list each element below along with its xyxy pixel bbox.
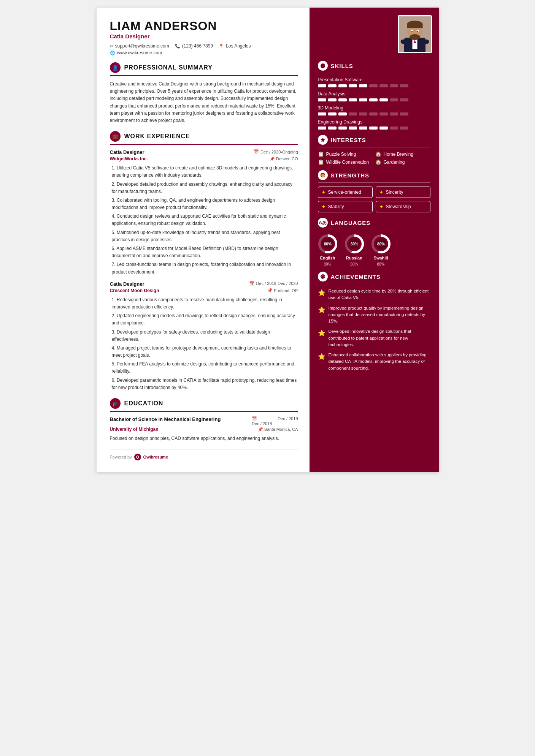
contact-location: 📍 Los Angeles: [219, 43, 251, 49]
skill-2: Data Analysis: [318, 91, 430, 101]
dot: [400, 112, 408, 115]
strength-3-label: Stability: [328, 204, 344, 209]
dot: [328, 98, 337, 101]
interest-icon-3: 📋: [318, 159, 324, 165]
edu-date-group: 📅 Dec / 2018: [252, 416, 272, 426]
achievements-title: ACHIEVEMENTS: [331, 274, 381, 280]
interest-2-label: Home Brewing: [384, 152, 414, 157]
strength-2-label: Sincerity: [386, 190, 403, 195]
calendar-icon-1: 📅: [254, 149, 259, 154]
dot: [318, 127, 326, 130]
summary-icon: 👤: [110, 62, 121, 73]
svg-text:80%: 80%: [324, 242, 331, 246]
achievement-star-4: ⭐: [318, 352, 325, 361]
dot: [349, 84, 357, 87]
edu-title: EDUCATION: [124, 400, 164, 407]
achievement-1: ⭐ Reduced design cycle time by 20% throu…: [318, 288, 430, 301]
dot: [328, 127, 337, 130]
right-panel: SKILLS Presentation Software Da: [310, 8, 439, 472]
interest-icon-4: 🏠: [375, 159, 381, 165]
phone-value: (123) 456 7899: [182, 43, 213, 49]
strength-4-label: Stewardship: [386, 204, 411, 209]
skill-2-dots: [318, 98, 430, 101]
skill-3-dots: [318, 112, 430, 115]
lang-swahili: 80% Swahili 80%: [371, 234, 391, 266]
dot: [349, 127, 357, 130]
contact-phone: 📞 (123) 456 7899: [175, 43, 213, 49]
achievement-star-1: ⭐: [318, 288, 325, 297]
dot: [369, 98, 378, 101]
strength-star-4: ✦: [379, 204, 384, 210]
work-divider: [110, 144, 298, 145]
list-item: 4. Conducted design reviews and supporte…: [112, 213, 298, 227]
skill-4-name: Engineering Drawings: [318, 119, 430, 125]
lang-russian: 80% Russian 80%: [344, 234, 364, 266]
dot: [390, 98, 398, 101]
location-value: Los Angeles: [226, 43, 251, 49]
edu-1-degree: Bachelor of Science in Mechanical Engine…: [110, 416, 221, 422]
dot: [390, 84, 398, 87]
interests-icon: [318, 135, 328, 145]
job-2-header: Catia Designer 📅 Dec / 2019-Dec / 2020: [110, 281, 298, 287]
work-section-header: 💼 WORK EXPERIENCE: [110, 131, 298, 142]
achievement-3: ⭐ Developed innovative design solutions …: [318, 328, 430, 348]
job-1-location: 📌 Denver, CO: [270, 156, 298, 161]
dot: [379, 84, 388, 87]
job-2-title: Catia Designer: [110, 281, 144, 287]
job-2-date: 📅 Dec / 2019-Dec / 2020: [249, 281, 298, 286]
edu-1-dates: 📅 Dec / 2018 Dec / 2019: [252, 416, 298, 426]
edu-1-sub: University of Michigan 📌 Santa Monica, C…: [110, 427, 298, 432]
skills-icon: [318, 61, 328, 71]
dot: [390, 112, 398, 115]
footer: Powered by Q Qwikresume: [110, 449, 298, 460]
strength-1: ✦ Service-oriented: [318, 187, 373, 198]
strengths-title: STRENGTHS: [331, 172, 370, 179]
dot: [369, 84, 378, 87]
dot: [328, 112, 337, 115]
dot: [359, 84, 367, 87]
dot: [379, 112, 388, 115]
job-2-sub: Crescent Moon Design 📌 Portland, OR: [110, 288, 298, 293]
dot: [369, 112, 378, 115]
dot: [400, 84, 408, 87]
summary-section-header: 👤 PROFESSIONAL SUMMARY: [110, 62, 298, 73]
dot: [379, 98, 388, 101]
languages-icon: Aあ: [318, 218, 328, 228]
qwik-logo-icon: Q: [134, 454, 141, 460]
footer-brand: Qwikresume: [143, 455, 168, 459]
dot: [359, 98, 367, 101]
skill-4: Engineering Drawings: [318, 119, 430, 130]
dot: [338, 84, 347, 87]
list-item: 2. Updated engineering models and drawin…: [112, 312, 298, 327]
job-2-company: Crescent Moon Design: [110, 288, 159, 293]
profile-photo: [398, 15, 432, 53]
job-2-list: 1. Redesigned various components to reso…: [110, 296, 298, 391]
list-item: 7. Led cross-functional teams in design …: [112, 261, 298, 275]
edu-divider: [110, 411, 298, 412]
skill-1-dots: [318, 84, 430, 87]
strengths-grid: ✦ Service-oriented ✦ Sincerity ✦ Stabili…: [318, 187, 430, 212]
languages-section-header: Aあ LANGUAGES: [318, 218, 430, 228]
job-1-title: Catia Designer: [110, 149, 144, 155]
svg-point-15: [322, 64, 324, 66]
svg-text:80%: 80%: [350, 242, 358, 246]
list-item: 4. Managed project teams for prototype d…: [112, 345, 298, 359]
list-item: 1. Utilized Catia V5 software to create …: [112, 164, 298, 179]
achievement-star-3: ⭐: [318, 329, 325, 338]
powered-by-label: Powered by: [110, 455, 132, 459]
list-item: 2. Developed detailed production and ass…: [112, 181, 298, 195]
achievements-section-header: ACHIEVEMENTS: [318, 272, 430, 282]
lang-english-pct: 80%: [324, 262, 331, 266]
edu-icon: 🎓: [110, 398, 121, 409]
achievement-star-2: ⭐: [318, 305, 325, 315]
interest-icon-1: 📋: [318, 151, 324, 157]
candidate-title: Catia Designer: [110, 33, 298, 40]
web-icon: 🌐: [110, 51, 115, 55]
interests-grid: 📋 Puzzle Solving 🏠 Home Brewing 📋 Wildli…: [318, 151, 430, 165]
skills-section-header: SKILLS: [318, 61, 430, 71]
list-item: 6. Applied ASME standards for Model Base…: [112, 245, 298, 259]
strengths-section-header: ✊ STRENGTHS: [318, 170, 430, 180]
achievement-1-text: Reduced design cycle time by 20% through…: [329, 288, 430, 301]
pin-icon-1: 📌: [270, 157, 275, 161]
languages-divider: [318, 230, 430, 230]
